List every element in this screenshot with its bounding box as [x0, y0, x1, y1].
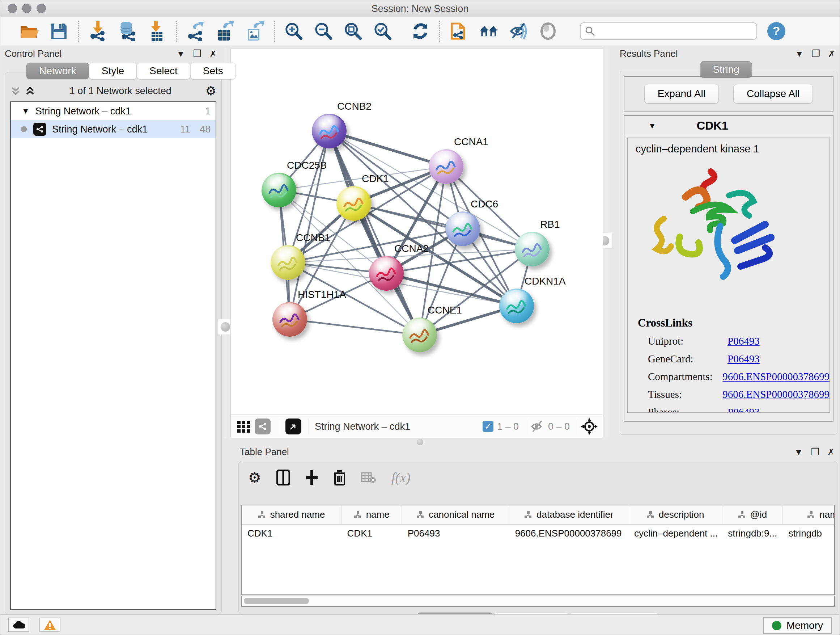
memory-button[interactable]: Memory — [763, 617, 832, 634]
column-header--id[interactable]: @id — [722, 505, 783, 524]
crosslink-link[interactable]: 9606.ENSP00000378699 — [722, 371, 829, 383]
collapse-all-button[interactable]: Collapse All — [733, 84, 813, 103]
save-session-button[interactable] — [50, 22, 68, 41]
selected-checkbox[interactable]: ✓ — [483, 421, 493, 432]
zoom-in-button[interactable] — [284, 22, 303, 41]
tab-string[interactable]: String — [700, 61, 752, 78]
search-box[interactable] — [580, 22, 757, 40]
crosshair-icon[interactable] — [581, 418, 598, 435]
tab-style[interactable]: Style — [89, 63, 137, 79]
table-cell[interactable]: P06493 — [402, 524, 509, 542]
maximize-panel-icon[interactable]: ❒ — [812, 48, 820, 59]
table-cell[interactable]: CDK1 — [341, 524, 402, 542]
disclosure-triangle-icon[interactable]: ▼ — [22, 106, 30, 116]
horizontal-splitter[interactable] — [231, 438, 603, 445]
left-splitter[interactable] — [224, 49, 227, 438]
horizontal-splitter-handle[interactable] — [417, 439, 423, 445]
close-panel-icon[interactable]: ✗ — [210, 49, 217, 59]
disclosure-triangle-icon[interactable]: ▼ — [648, 121, 656, 131]
network-node-cdc6[interactable] — [445, 211, 480, 246]
crosslink-link[interactable]: 9606.ENSP00000378699 — [722, 388, 829, 401]
network-node-cdkn1a[interactable] — [499, 288, 534, 323]
table-cell[interactable]: 9606.ENSP00000378699 — [509, 524, 628, 542]
column-header-namespace[interactable]: namespace — [783, 505, 835, 524]
float-panel-icon[interactable]: ▼ — [795, 49, 804, 59]
cloud-status-button[interactable] — [8, 618, 29, 632]
crosslink-link[interactable]: P06493 — [728, 353, 760, 365]
network-node-ccna2[interactable] — [369, 256, 404, 291]
network-canvas[interactable]: CCNB2 CCNA1 CDC25B CDK1 CDC6 RB1 CCNB1 C… — [231, 49, 603, 415]
close-panel-icon[interactable]: ✗ — [827, 447, 835, 457]
table-cell[interactable]: cyclin–dependent ... — [628, 524, 722, 542]
table-horizontal-scrollbar[interactable] — [241, 596, 835, 607]
warnings-button[interactable] — [39, 618, 60, 632]
grid-view-button[interactable] — [234, 417, 253, 436]
zoom-selected-button[interactable] — [373, 22, 392, 41]
table-cell[interactable]: stringdb:9... — [722, 524, 783, 542]
float-panel-icon[interactable]: ▼ — [177, 49, 185, 59]
network-edge[interactable] — [290, 319, 420, 335]
column-header-database-identifier[interactable]: database identifier — [509, 505, 628, 524]
tab-sets[interactable]: Sets — [190, 63, 236, 79]
network-collection-row[interactable]: ▼ String Network – cdk1 1 — [11, 102, 216, 120]
crosslink-row: GeneCard:P06493 — [648, 353, 829, 365]
network-node-rb1[interactable] — [515, 232, 549, 266]
crosslink-link[interactable]: P06493 — [728, 335, 760, 347]
import-network-file-button[interactable] — [88, 22, 107, 41]
gene-section-header[interactable]: ▼ CDK1 — [624, 116, 833, 136]
scrollbar-thumb[interactable] — [244, 598, 309, 604]
open-session-button[interactable] — [20, 22, 39, 41]
show-graphics-details-button[interactable] — [509, 22, 528, 41]
column-header-name[interactable]: name — [341, 505, 402, 524]
network-node-ccne1[interactable] — [402, 318, 437, 352]
select-columns-icon[interactable] — [276, 470, 290, 486]
network-options-gear-icon[interactable]: ⚙ — [205, 84, 216, 98]
detach-view-button[interactable] — [284, 417, 303, 436]
zoom-fit-button[interactable] — [344, 22, 363, 41]
table-cell[interactable]: stringdb — [783, 524, 835, 542]
network-edge[interactable] — [329, 131, 420, 335]
export-table-button[interactable] — [216, 22, 235, 41]
table-cell[interactable]: CDK1 — [242, 524, 341, 542]
collapse-all-networks-icon[interactable] — [10, 86, 35, 96]
maximize-panel-icon[interactable]: ❒ — [811, 447, 819, 458]
string-protein-query-button[interactable] — [450, 22, 469, 41]
home-networks-button[interactable] — [479, 22, 498, 41]
network-node-cdc25b[interactable] — [262, 173, 296, 207]
maximize-panel-icon[interactable]: ❒ — [193, 48, 202, 59]
expand-all-button[interactable]: Expand All — [644, 84, 719, 103]
column-header-shared-name[interactable]: shared name — [242, 505, 341, 524]
zoom-out-button[interactable] — [314, 22, 333, 41]
refresh-layout-button[interactable] — [411, 22, 430, 41]
table-options-gear-icon[interactable]: ⚙ — [248, 469, 261, 486]
crosslink-link[interactable]: P06493 — [728, 406, 760, 413]
network-row-selected[interactable]: String Network – cdk1 11 48 — [11, 120, 216, 138]
status-separator — [578, 418, 578, 434]
column-header-description[interactable]: description — [628, 505, 722, 524]
float-panel-icon[interactable]: ▼ — [794, 447, 803, 457]
search-input[interactable] — [599, 26, 752, 36]
close-panel-icon[interactable]: ✗ — [828, 49, 835, 59]
network-node-ccna1[interactable] — [429, 149, 463, 184]
birds-eye-view-button[interactable] — [538, 22, 557, 41]
node-table-row[interactable]: CDK1CDK1P064939606.ENSP00000378699cyclin… — [242, 524, 835, 542]
network-node-cdk1[interactable] — [336, 186, 371, 221]
network-edge[interactable] — [354, 203, 532, 249]
delete-column-icon[interactable] — [333, 470, 346, 486]
tab-network[interactable]: Network — [27, 63, 89, 79]
network-view-mode-button[interactable] — [253, 417, 272, 436]
import-network-database-button[interactable] — [118, 22, 137, 41]
network-node-hist1h1a[interactable] — [272, 302, 307, 337]
gene-description: cyclin–dependent kinase 1 — [636, 143, 829, 155]
network-edge[interactable] — [329, 131, 446, 166]
import-table-button[interactable] — [148, 22, 166, 41]
help-button[interactable]: ? — [767, 22, 785, 40]
node-table[interactable]: shared namenamecanonical namedatabase id… — [241, 505, 835, 595]
network-node-ccnb1[interactable] — [271, 245, 305, 280]
export-network-button[interactable] — [186, 22, 205, 41]
tab-select[interactable]: Select — [137, 63, 190, 79]
column-header-canonical-name[interactable]: canonical name — [402, 505, 509, 524]
export-image-button[interactable] — [246, 22, 264, 41]
network-node-ccnb2[interactable] — [312, 114, 347, 149]
add-column-icon[interactable] — [305, 470, 318, 486]
